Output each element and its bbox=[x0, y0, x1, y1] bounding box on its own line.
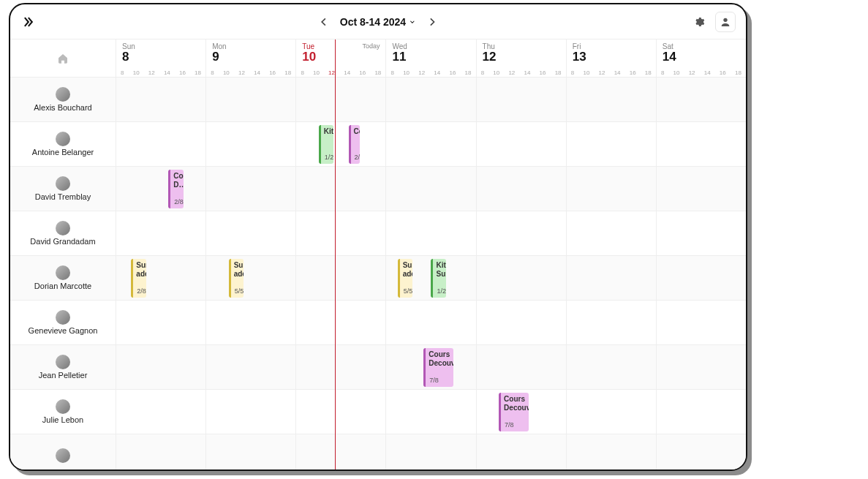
day-header[interactable]: Tue10Today81012141618 bbox=[296, 39, 386, 77]
day-cell[interactable]: Kitesurf1/2Cour…2/8 bbox=[296, 122, 386, 166]
day-cell[interactable] bbox=[296, 211, 386, 255]
day-cell[interactable] bbox=[206, 78, 296, 121]
day-cell[interactable]: Surf ado…5/5 bbox=[206, 256, 296, 300]
day-cell[interactable] bbox=[386, 390, 476, 434]
day-cell[interactable] bbox=[567, 211, 657, 255]
day-cell[interactable] bbox=[206, 122, 296, 166]
day-cell[interactable] bbox=[477, 167, 567, 211]
hour-label: 8 bbox=[391, 69, 394, 76]
day-cell[interactable] bbox=[296, 434, 386, 469]
event[interactable]: Cours Decouv…7/8 bbox=[499, 393, 529, 431]
day-cell[interactable] bbox=[477, 256, 567, 300]
day-cell[interactable] bbox=[567, 301, 657, 344]
day-cell[interactable] bbox=[116, 122, 206, 166]
person-row[interactable]: David Tremblay bbox=[10, 167, 116, 211]
day-cell[interactable] bbox=[296, 167, 386, 211]
day-cell[interactable] bbox=[386, 301, 476, 344]
expand-sidebar-icon[interactable] bbox=[20, 15, 35, 29]
event-count: 7/8 bbox=[429, 377, 439, 385]
day-header[interactable]: Sat1481012141618 bbox=[657, 39, 746, 77]
person-name: Dorian Marcotte bbox=[34, 282, 91, 290]
person-row[interactable] bbox=[10, 434, 116, 469]
day-cell[interactable] bbox=[116, 390, 206, 434]
day-cell[interactable] bbox=[567, 78, 657, 121]
day-cell[interactable] bbox=[477, 434, 567, 469]
date-range-picker[interactable]: Oct 8-14 2024 bbox=[340, 16, 416, 28]
day-cell[interactable] bbox=[567, 167, 657, 211]
person-row[interactable]: Genevieve Gagnon bbox=[10, 301, 116, 345]
person-row[interactable]: Antoine Belanger bbox=[10, 122, 116, 167]
day-cell[interactable] bbox=[477, 122, 567, 166]
event[interactable]: Surf ado…5/5 bbox=[398, 259, 412, 298]
day-cell[interactable] bbox=[657, 390, 746, 434]
day-cell[interactable] bbox=[206, 301, 296, 344]
prev-week-button[interactable] bbox=[318, 16, 330, 28]
day-cell[interactable] bbox=[477, 78, 567, 121]
day-cell[interactable] bbox=[296, 345, 386, 389]
day-cell[interactable] bbox=[206, 345, 296, 389]
event[interactable]: Cours D…2/8 bbox=[168, 170, 183, 208]
event[interactable]: Kitesurf1/2 bbox=[319, 125, 333, 164]
day-cell[interactable] bbox=[386, 434, 476, 469]
day-cell[interactable] bbox=[477, 301, 567, 344]
day-cell[interactable] bbox=[657, 434, 746, 469]
day-cell[interactable] bbox=[567, 390, 657, 434]
day-cell[interactable] bbox=[657, 211, 746, 255]
person-row[interactable]: Alexis Bouchard bbox=[10, 78, 116, 122]
avatar bbox=[56, 176, 70, 191]
day-cell[interactable] bbox=[206, 434, 296, 469]
event[interactable]: Kite Surf1/2 bbox=[431, 259, 445, 298]
person-row[interactable]: Dorian Marcotte bbox=[10, 256, 116, 301]
day-cell[interactable] bbox=[386, 211, 476, 255]
day-cell[interactable] bbox=[296, 390, 386, 434]
day-cell[interactable] bbox=[657, 256, 746, 300]
day-header[interactable]: Thu1281012141618 bbox=[477, 39, 567, 77]
day-header[interactable]: Wed1181012141618 bbox=[386, 39, 476, 77]
day-cell[interactable] bbox=[567, 256, 657, 300]
day-cell[interactable]: Cours D…2/8 bbox=[116, 167, 206, 211]
event[interactable]: Surf ado…2/8 bbox=[131, 259, 146, 298]
day-cell[interactable] bbox=[206, 167, 296, 211]
day-cell[interactable] bbox=[567, 345, 657, 389]
next-week-button[interactable] bbox=[426, 16, 438, 28]
day-cell[interactable] bbox=[567, 122, 657, 166]
day-cell[interactable]: Surf ado…2/8 bbox=[116, 256, 206, 300]
day-cell[interactable] bbox=[296, 301, 386, 344]
calendar-grid[interactable]: Sun881012141618Mon981012141618Tue10Today… bbox=[116, 39, 746, 469]
day-cell[interactable] bbox=[657, 167, 746, 211]
day-cell[interactable] bbox=[206, 211, 296, 255]
day-cell[interactable] bbox=[116, 78, 206, 121]
day-cell[interactable] bbox=[296, 256, 386, 300]
day-cell[interactable] bbox=[657, 345, 746, 389]
day-cell[interactable] bbox=[296, 78, 386, 121]
day-header[interactable]: Mon981012141618 bbox=[206, 39, 296, 77]
day-cell[interactable]: Surf ado…5/5Kite Surf1/2 bbox=[386, 256, 476, 300]
person-row[interactable]: Jean Pelletier bbox=[10, 345, 116, 390]
settings-button[interactable] bbox=[689, 12, 709, 32]
day-cell[interactable] bbox=[116, 345, 206, 389]
person-row[interactable]: David Grandadam bbox=[10, 211, 116, 256]
day-cell[interactable] bbox=[477, 211, 567, 255]
day-cell[interactable]: Cours Decouv…7/8 bbox=[386, 345, 476, 389]
day-cell[interactable] bbox=[116, 301, 206, 344]
person-row[interactable]: Julie Lebon bbox=[10, 390, 116, 434]
day-cell[interactable] bbox=[567, 434, 657, 469]
day-cell[interactable] bbox=[657, 301, 746, 344]
day-cell[interactable] bbox=[386, 167, 476, 211]
profile-button[interactable] bbox=[715, 12, 736, 32]
day-cell[interactable] bbox=[206, 390, 296, 434]
event[interactable]: Cour…2/8 bbox=[349, 125, 360, 164]
day-header[interactable]: Fri1381012141618 bbox=[567, 39, 657, 77]
day-cell[interactable] bbox=[477, 345, 567, 389]
day-header[interactable]: Sun881012141618 bbox=[116, 39, 206, 77]
day-cell[interactable] bbox=[657, 122, 746, 166]
day-cell[interactable]: Cours Decouv…7/8 bbox=[477, 390, 567, 434]
day-cell[interactable] bbox=[386, 78, 476, 121]
home-icon[interactable] bbox=[57, 53, 69, 64]
event[interactable]: Cours Decouv…7/8 bbox=[423, 348, 453, 387]
day-cell[interactable] bbox=[386, 122, 476, 166]
day-cell[interactable] bbox=[657, 78, 746, 121]
day-cell[interactable] bbox=[116, 211, 206, 255]
event[interactable]: Surf ado…5/5 bbox=[229, 259, 244, 298]
day-cell[interactable] bbox=[116, 434, 206, 469]
